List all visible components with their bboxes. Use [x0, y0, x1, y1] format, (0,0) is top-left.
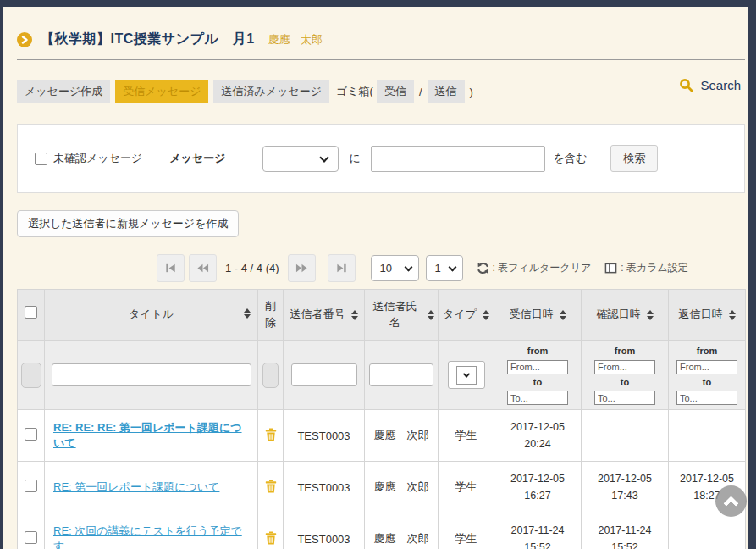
- table-filter-row: from to from to from to: [18, 341, 746, 410]
- message-title-link[interactable]: RE: 次回の講義にテストを行う予定です: [53, 524, 242, 549]
- unread-only-checkbox[interactable]: [35, 152, 47, 165]
- row-select-cell: [18, 462, 45, 513]
- select-all-checkbox[interactable]: [25, 306, 37, 319]
- message-title-cell: RE: RE: RE: 第一回レポート課題について: [45, 410, 258, 462]
- sort-icon[interactable]: [483, 310, 489, 320]
- received-from-input[interactable]: [507, 360, 568, 374]
- column-header-replied[interactable]: 返信日時: [669, 290, 746, 341]
- tab-trash-sent[interactable]: 送信: [428, 80, 465, 103]
- scroll-to-top-button[interactable]: [715, 485, 747, 517]
- page-size-select[interactable]: 10: [371, 255, 419, 281]
- column-header-type[interactable]: タイプ: [439, 290, 494, 341]
- type-filter-select[interactable]: [448, 361, 485, 389]
- confirmed-to-input[interactable]: [594, 391, 655, 405]
- row-select-checkbox[interactable]: [25, 531, 37, 544]
- received-time: 16:27: [494, 487, 581, 504]
- column-header-confirmed[interactable]: 確認日時: [582, 290, 669, 341]
- message-title-link[interactable]: RE: 第一回レポート課題について: [53, 480, 219, 493]
- sort-icon[interactable]: [428, 310, 434, 320]
- search-link[interactable]: Search: [679, 78, 741, 92]
- pagination-range-text: 1 - 4 / 4 (4): [225, 262, 279, 274]
- trash-icon: [265, 428, 277, 441]
- replied-filter-cell: from to: [669, 341, 746, 410]
- replied-cell: [669, 513, 746, 549]
- sort-icon[interactable]: [351, 310, 358, 320]
- title-filter-input[interactable]: [52, 363, 251, 386]
- clear-table-filter-label: : 表フィルタークリア: [493, 261, 592, 275]
- row-select-cell: [18, 410, 45, 462]
- confirmed-cell: [582, 410, 669, 462]
- column-header-received[interactable]: 受信日時: [494, 290, 582, 341]
- sort-icon[interactable]: [560, 310, 566, 320]
- type-cell: 学生: [439, 513, 494, 549]
- last-page-icon: [335, 262, 348, 274]
- row-select-checkbox[interactable]: [25, 480, 37, 492]
- refresh-icon: [477, 262, 489, 274]
- tab-compose-message[interactable]: メッセージ作成: [17, 80, 110, 103]
- message-title-link[interactable]: RE: RE: RE: 第一回レポート課題について: [53, 421, 242, 449]
- previous-page-button[interactable]: [189, 254, 217, 282]
- sort-icon[interactable]: [244, 308, 251, 319]
- column-header-title-label: タイトル: [129, 308, 174, 320]
- search-icon: [679, 78, 693, 92]
- confirmed-date: 2017-12-05: [582, 470, 668, 487]
- page-number-select[interactable]: 1: [426, 255, 463, 281]
- row-select-cell: [18, 513, 45, 549]
- tab-inbox-messages[interactable]: 受信メッセージ: [115, 80, 208, 103]
- confirmed-from-input[interactable]: [594, 360, 655, 374]
- type-filter-cell: [439, 341, 494, 410]
- received-cell: 2017-12-05 16:27: [494, 462, 582, 513]
- column-header-title[interactable]: タイトル: [45, 290, 258, 341]
- next-page-button[interactable]: [288, 254, 316, 282]
- page-header: 【秋学期】ITC授業サンプル 月1 慶應 太郎: [17, 30, 745, 48]
- delete-message-button[interactable]: [265, 531, 277, 545]
- replied-from-input[interactable]: [676, 360, 737, 374]
- received-to-input[interactable]: [507, 391, 568, 405]
- sender-name-cell: 慶應 次郎: [365, 513, 439, 549]
- table-header-row: タイトル 削除 送信者番号 送信者氏名 タイプ: [18, 290, 746, 341]
- table-columns-icon: [604, 262, 617, 274]
- received-time: 15:52: [494, 539, 581, 549]
- sender-id-filter-input[interactable]: [291, 363, 357, 386]
- user-firstname-link[interactable]: 太郎: [301, 32, 323, 47]
- message-filter-panel: 未確認メッセージ メッセージ に を含む 検索: [17, 124, 745, 193]
- sender-name-filter-input[interactable]: [369, 363, 433, 386]
- search-button[interactable]: 検索: [610, 145, 658, 172]
- unread-only-option[interactable]: 未確認メッセージ: [35, 151, 142, 166]
- column-header-received-label: 受信日時: [510, 307, 554, 322]
- tab-trash-inbox[interactable]: 受信: [377, 80, 414, 103]
- trash-icon: [265, 531, 277, 545]
- column-header-sender-id[interactable]: 送信者番号: [284, 290, 365, 341]
- column-header-sender-name[interactable]: 送信者氏名: [365, 290, 439, 341]
- contains-label: を含む: [554, 151, 588, 166]
- message-keyword-input[interactable]: [371, 146, 545, 172]
- first-page-button[interactable]: [157, 254, 185, 282]
- compose-to-selected-button[interactable]: 選択した送信者に新規メッセージを作成: [17, 210, 239, 237]
- user-lastname-link[interactable]: 慶應: [268, 32, 290, 47]
- last-page-button[interactable]: [328, 254, 356, 282]
- chevron-right-circle-icon: [17, 32, 32, 47]
- received-cell: 2017-12-05 20:24: [494, 410, 582, 462]
- delete-filter-cell: [258, 341, 284, 410]
- column-settings-button[interactable]: : 表カラム設定: [604, 261, 688, 275]
- select-all-cell: [18, 290, 45, 341]
- message-field-select[interactable]: [262, 146, 339, 172]
- page-title: 【秋学期】ITC授業サンプル 月1: [41, 30, 255, 48]
- message-tab-bar: メッセージ作成 受信メッセージ 送信済みメッセージ ゴミ箱( 受信 / 送信 )…: [17, 80, 745, 103]
- message-row: RE: 第一回レポート課題について TEST0003 慶應 次郎 学生 2017…: [18, 462, 746, 513]
- delete-message-button[interactable]: [265, 428, 277, 441]
- previous-page-icon: [196, 262, 209, 274]
- header-divider: [17, 59, 745, 60]
- column-header-type-label: タイプ: [443, 307, 477, 322]
- delete-message-button[interactable]: [265, 480, 277, 493]
- sender-id-cell: TEST0003: [284, 462, 365, 513]
- clear-table-filter-button[interactable]: : 表フィルタークリア: [477, 261, 592, 275]
- tab-sent-messages[interactable]: 送信済みメッセージ: [213, 80, 329, 103]
- replied-to-input[interactable]: [676, 391, 737, 405]
- confirmed-time: 15:52: [582, 539, 668, 549]
- row-select-checkbox[interactable]: [25, 428, 37, 441]
- sort-icon[interactable]: [647, 310, 654, 320]
- chevron-down-icon: [404, 263, 412, 272]
- replied-cell: [669, 410, 746, 462]
- sort-icon[interactable]: [729, 310, 736, 320]
